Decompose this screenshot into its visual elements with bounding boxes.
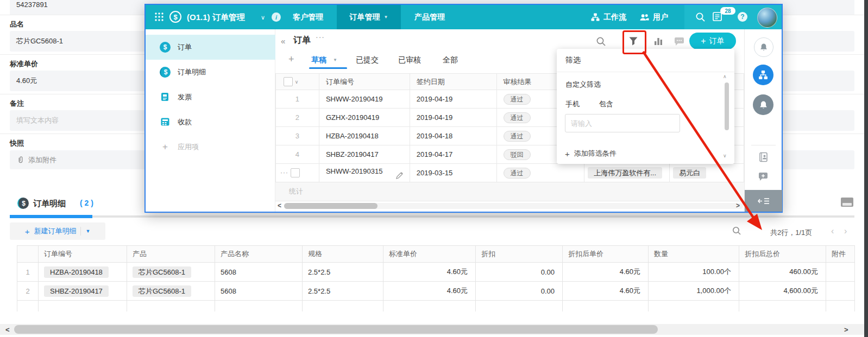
- row-actions-icon[interactable]: ···: [280, 169, 288, 176]
- search-icon[interactable]: [596, 36, 606, 47]
- tab-track: [10, 215, 854, 218]
- cell-order-no[interactable]: SHBZ-20190417: [319, 145, 410, 164]
- order-detail-icon: $: [17, 198, 29, 209]
- cell-disc-price: 4.60元: [563, 263, 649, 282]
- status-badge: 通过: [504, 94, 531, 105]
- next-page-button[interactable]: ›: [844, 226, 847, 236]
- cell-order-no[interactable]: HZBA-20190418: [319, 127, 410, 145]
- sidebar-item-orders[interactable]: $ 订单: [146, 35, 275, 60]
- order-coin-icon: $: [160, 42, 171, 53]
- cell-order-no[interactable]: GZHX-20190419: [319, 109, 410, 127]
- col-spec: 规格: [303, 246, 383, 263]
- cell-order-no[interactable]: SHWW-20190419: [319, 90, 410, 109]
- product-chip[interactable]: 芯片GC5608-1: [133, 266, 191, 278]
- comment-icon[interactable]: [674, 37, 684, 46]
- user-avatar[interactable]: [757, 8, 777, 28]
- row-checkbox[interactable]: [291, 168, 300, 177]
- dollar-glyph: $: [22, 200, 26, 207]
- cell-sign-date: 2019-04-19: [410, 90, 496, 109]
- rail-notify-button[interactable]: [753, 94, 773, 115]
- plus-icon: +: [565, 149, 570, 158]
- app-title[interactable]: (O1.1) 订单管理: [187, 12, 245, 23]
- collapse-panel-button[interactable]: [745, 190, 782, 212]
- cell-sign-date: 2019-03-15: [410, 164, 496, 182]
- new-order-detail-button[interactable]: + 新建订单明细 ▼: [10, 222, 105, 240]
- dollar-glyph: $: [163, 43, 167, 51]
- app-switch-chevron-icon[interactable]: ∨: [261, 14, 265, 21]
- contacts-book-icon[interactable]: [758, 152, 769, 162]
- sidebar-item-invoices[interactable]: 发票: [146, 85, 275, 110]
- add-view-tab-button[interactable]: +: [288, 54, 294, 65]
- detail-search-icon[interactable]: [732, 226, 741, 236]
- more-actions-icon[interactable]: ···: [316, 33, 325, 41]
- apps-grid-icon[interactable]: [154, 12, 164, 22]
- table-hscroll-right[interactable]: >: [736, 202, 740, 209]
- filter-operator[interactable]: 包含: [599, 99, 613, 109]
- nav-tab-orders[interactable]: 订单管理▼: [337, 5, 401, 29]
- rail-alert-button[interactable]: [754, 37, 773, 57]
- collapse-sidebar-icon[interactable]: «: [281, 36, 285, 46]
- field-product-name-text: 芯片GC5608-1: [16, 36, 63, 46]
- chart-icon[interactable]: [653, 36, 663, 46]
- sidebar-item-label: 收款: [178, 117, 192, 127]
- table-row[interactable]: ··· SHWW-20190315 2019-03-15 通过 上海伟万盈软件有…: [276, 164, 744, 182]
- filter-field-name[interactable]: 手机: [565, 99, 580, 109]
- add-filter-condition-button[interactable]: + 添加筛选条件: [565, 149, 617, 158]
- customer-chip[interactable]: 上海伟万盈软件有...: [588, 167, 662, 179]
- view-tab-draft[interactable]: 草稿: [311, 55, 326, 65]
- help-icon[interactable]: ?: [738, 12, 747, 22]
- button-divider: [80, 227, 81, 236]
- filter-scrollbar-thumb[interactable]: [725, 82, 729, 130]
- feedback-icon[interactable]: [758, 172, 769, 182]
- new-order-button[interactable]: + 订单: [689, 33, 736, 49]
- cell-price: 4.60元: [383, 263, 476, 282]
- sidebar-item-payments[interactable]: 收款: [146, 110, 275, 135]
- view-tab-approved[interactable]: 已审核: [398, 55, 421, 65]
- page-hscrollbar-thumb[interactable]: [14, 325, 658, 334]
- product-chip[interactable]: 芯片GC5608-1: [133, 285, 191, 297]
- nav-tab-products[interactable]: 产品管理: [401, 5, 458, 29]
- field-std-price-text: 4.60元: [16, 76, 37, 86]
- order-no-chip[interactable]: HZBA-20190418: [44, 266, 109, 278]
- filter-value-input[interactable]: [565, 114, 680, 132]
- filter-panel: 筛选 自定义筛选 手机 包含 + 添加筛选条件 ∧ ∨: [557, 49, 734, 164]
- sidebar-add-item[interactable]: + 应用项: [146, 135, 275, 160]
- tab-caret-icon[interactable]: ▼: [333, 58, 337, 62]
- cell-order-no[interactable]: SHWW-20190315: [319, 164, 410, 182]
- order-no-chip[interactable]: SHBZ-20190417: [44, 285, 109, 297]
- caret-down-icon[interactable]: ▼: [85, 228, 90, 234]
- detail-count: ( 2 ): [80, 199, 93, 207]
- users-button[interactable]: 用户: [640, 12, 668, 22]
- screen: 54237891 品名 芯片GC5608-1 标准单价 4.60元 备注 填写文…: [0, 0, 868, 337]
- table-row[interactable]: 2 SHBZ-20190417 芯片GC5608-1 5608 2.5*2.5 …: [17, 282, 855, 301]
- view-tab-all[interactable]: 全部: [443, 55, 458, 65]
- hscroll-right-arrow[interactable]: >: [844, 326, 848, 334]
- right-edge-panel[interactable]: [864, 0, 868, 337]
- view-tab-submitted[interactable]: 已提交: [356, 55, 379, 65]
- prev-page-button[interactable]: ‹: [831, 226, 834, 236]
- col-order-no: 订单编号: [319, 74, 410, 90]
- notification-badge: 28: [720, 7, 735, 15]
- workflow-button[interactable]: 工作流: [591, 12, 626, 22]
- table-row[interactable]: 1 HZBA-20190418 芯片GC5608-1 5608 2.5*2.5 …: [17, 263, 855, 282]
- org-chart-icon: [758, 70, 768, 80]
- filter-scroll-down-icon[interactable]: ∨: [723, 153, 727, 158]
- table-hscrollbar-thumb[interactable]: [284, 203, 378, 209]
- payment-icon: [160, 117, 171, 128]
- sidebar-item-order-details[interactable]: $ 订单明细: [146, 60, 275, 85]
- table-hscroll-left[interactable]: <: [278, 202, 281, 209]
- rail-workflow-button[interactable]: [753, 65, 773, 85]
- edit-pencil-icon[interactable]: [396, 172, 403, 179]
- paperclip-icon: [16, 156, 24, 164]
- hscroll-left-arrow[interactable]: <: [5, 326, 10, 334]
- owner-chip[interactable]: 易元白: [673, 167, 706, 179]
- nav-tab-customers[interactable]: 客户管理: [279, 5, 337, 29]
- order-detail-coin-icon: $: [160, 67, 171, 78]
- select-menu-icon[interactable]: ∨: [295, 79, 299, 85]
- global-search-icon[interactable]: [695, 12, 706, 22]
- filter-scroll-up-icon[interactable]: ∧: [723, 74, 727, 79]
- statistics-row[interactable]: 统计: [275, 182, 744, 201]
- select-all-checkbox[interactable]: [284, 77, 293, 86]
- filter-divider: [557, 72, 734, 72]
- panel-toggle-icon[interactable]: [841, 198, 853, 207]
